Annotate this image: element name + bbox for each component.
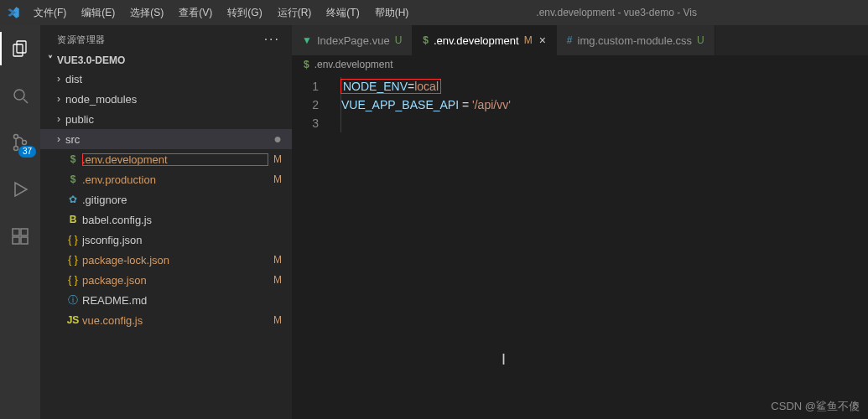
menu-item[interactable]: 编辑(E) (75, 3, 122, 23)
tab-label: IndexPage.vue (317, 34, 390, 47)
file-item[interactable]: $.env.productionM (40, 169, 292, 189)
file-label: README.md (82, 294, 268, 307)
svg-point-2 (14, 90, 24, 100)
svg-point-5 (14, 147, 18, 151)
menu-item[interactable]: 终端(T) (320, 3, 366, 23)
editor-tab[interactable]: ▼IndexPage.vueU (292, 25, 413, 55)
code-line[interactable]: NODE_ENV=local (334, 77, 868, 96)
folder-item[interactable]: ›node_modules (40, 89, 292, 109)
sidebar-title: 资源管理器 (57, 34, 106, 46)
menu-item[interactable]: 运行(R) (271, 3, 319, 23)
md-icon: ⓘ (65, 293, 81, 308)
folder-item[interactable]: ›public (40, 109, 292, 129)
window-title: .env.development - vue3-demo - Vis (415, 7, 868, 18)
editor-tabs: ▼IndexPage.vueU$.env.developmentM×#img.c… (292, 25, 868, 55)
tab-label: img.custom-module.css (578, 34, 693, 47)
file-label: .gitignore (82, 194, 268, 206)
file-item[interactable]: JSvue.config.jsM (40, 310, 292, 330)
svg-rect-1 (13, 44, 23, 56)
chevron-right-icon: › (52, 133, 65, 145)
folder-item[interactable]: ›dist (40, 69, 292, 89)
code[interactable]: NODE_ENV=localVUE_APP_BASE_API = '/api/v… (334, 74, 868, 419)
gear-icon: ✿ (65, 194, 81, 205)
breadcrumb-file: .env.development (314, 59, 393, 70)
editor-tab[interactable]: $.env.developmentM× (413, 25, 557, 55)
svg-marker-7 (15, 183, 27, 196)
root-label: VUE3.0-DEMO (57, 54, 125, 66)
extensions-icon[interactable] (0, 220, 40, 253)
file-item[interactable]: { }jsconfig.json (40, 230, 292, 250)
text-cursor-icon: I (502, 350, 506, 369)
file-status: M (268, 254, 282, 266)
file-item[interactable]: ✿.gitignore (40, 189, 292, 210)
line-number: 2 (292, 96, 319, 114)
file-item[interactable]: { }package.jsonM (40, 270, 292, 290)
explorer-sidebar: 资源管理器 ··· ˅ VUE3.0-DEMO ›dist›node_modul… (40, 25, 292, 419)
file-label: .env.development (82, 153, 268, 166)
file-label: vue.config.js (82, 314, 268, 327)
file-status: M (268, 314, 282, 326)
code-line[interactable]: VUE_APP_BASE_API = '/api/vv' (334, 96, 868, 114)
menu-item[interactable]: 转到(G) (221, 3, 268, 23)
js-icon: JS (65, 314, 81, 326)
tab-status: U (697, 34, 704, 46)
chevron-right-icon: › (52, 113, 65, 125)
gutter: 123 (292, 74, 334, 419)
file-label: babel.config.js (82, 214, 268, 226)
folder-label: src (65, 133, 268, 146)
chevron-down-icon: ˅ (44, 54, 57, 66)
env-icon: $ (423, 34, 429, 46)
run-debug-icon[interactable] (0, 173, 40, 206)
menu-bar: 文件(F)编辑(E)选择(S)查看(V)转到(G)运行(R)终端(T)帮助(H) (27, 3, 415, 23)
folder-item[interactable]: ›src● (40, 129, 292, 149)
sidebar-more-icon[interactable]: ··· (264, 32, 280, 47)
editor[interactable]: 123 NODE_ENV=localVUE_APP_BASE_API = '/a… (292, 74, 868, 419)
css-icon: # (567, 34, 573, 46)
dirty-dot-icon: ● (268, 132, 282, 147)
file-item[interactable]: $.env.developmentM (40, 149, 292, 169)
file-item[interactable]: { }package-lock.jsonM (40, 250, 292, 270)
tab-status: U (395, 34, 403, 46)
menu-item[interactable]: 查看(V) (172, 3, 219, 23)
code-line[interactable] (334, 114, 868, 132)
menu-item[interactable]: 文件(F) (27, 3, 73, 23)
editor-area: ▼IndexPage.vueU$.env.developmentM×#img.c… (292, 25, 868, 419)
editor-tab[interactable]: #img.custom-module.cssU (557, 25, 715, 55)
line-number: 3 (292, 114, 319, 132)
scm-badge: 37 (18, 146, 36, 158)
svg-line-3 (23, 99, 28, 103)
svg-rect-11 (21, 237, 28, 244)
file-label: jsconfig.json (82, 234, 268, 246)
close-icon[interactable]: × (539, 34, 546, 47)
menu-item[interactable]: 帮助(H) (368, 3, 416, 23)
file-status: M (268, 274, 282, 286)
source-control-icon[interactable]: 37 (0, 126, 40, 159)
svg-rect-8 (13, 229, 19, 235)
svg-rect-10 (13, 237, 19, 244)
file-item[interactable]: ⓘREADME.md (40, 290, 292, 310)
tab-label: .env.development (434, 34, 519, 47)
json-icon: { } (65, 274, 81, 286)
line-number: 1 (292, 77, 319, 96)
file-label: package.json (82, 274, 268, 287)
tab-status: M (524, 34, 533, 46)
vue-icon: ▼ (302, 34, 312, 46)
file-item[interactable]: Bbabel.config.js (40, 210, 292, 230)
menu-item[interactable]: 选择(S) (123, 3, 170, 23)
babel-icon: B (65, 214, 81, 225)
folder-label: node_modules (65, 93, 282, 106)
activity-bar: 37 (0, 25, 40, 419)
svg-point-4 (14, 135, 18, 139)
explorer-icon[interactable] (0, 32, 40, 65)
breadcrumb[interactable]: $ .env.development (292, 55, 868, 74)
file-label: package-lock.json (82, 254, 268, 266)
folder-label: dist (65, 73, 282, 85)
tree-root[interactable]: ˅ VUE3.0-DEMO (40, 52, 292, 69)
env-icon: $ (65, 173, 81, 185)
json-icon: { } (65, 234, 81, 246)
svg-rect-0 (17, 41, 26, 53)
search-icon[interactable] (0, 79, 40, 112)
watermark: CSDN @鲨鱼不傻 (771, 399, 860, 414)
chevron-right-icon: › (52, 73, 65, 85)
vscode-logo-icon (7, 6, 20, 19)
